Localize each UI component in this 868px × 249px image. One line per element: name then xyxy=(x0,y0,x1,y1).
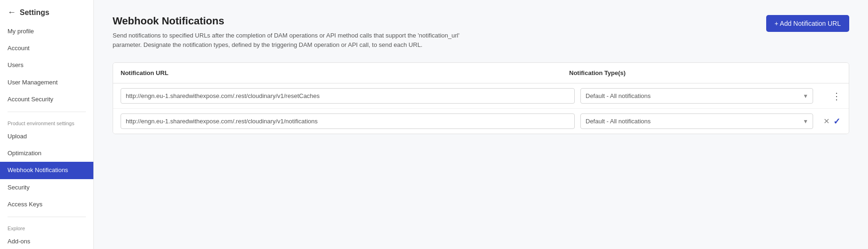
table-row: Default - All notifications ▼ ✕ ✓ xyxy=(113,109,849,134)
type-select-wrapper-2: Default - All notifications ▼ xyxy=(580,113,813,129)
row-2-actions: ✕ ✓ xyxy=(819,115,841,128)
sidebar-item-optimization[interactable]: Optimization xyxy=(0,145,93,162)
sidebar-item-add-ons[interactable]: Add-ons xyxy=(0,233,93,249)
type-select-2[interactable]: Default - All notifications xyxy=(580,113,813,129)
sidebar-divider-1 xyxy=(8,112,86,112)
more-options-icon[interactable]: ⋮ xyxy=(832,91,841,102)
sidebar-item-my-profile[interactable]: My profile xyxy=(0,23,93,40)
col-header-actions xyxy=(813,69,841,76)
page-description: Send notifications to specified URLs aft… xyxy=(113,31,469,49)
table-header: Notification URL Notification Type(s) xyxy=(113,63,849,83)
sidebar-item-access-keys[interactable]: Access Keys xyxy=(0,196,93,213)
sidebar-divider-2 xyxy=(8,217,86,217)
sidebar-item-user-management[interactable]: User Management xyxy=(0,74,93,91)
sidebar-item-upload[interactable]: Upload xyxy=(0,128,93,145)
col-header-url: Notification URL xyxy=(121,69,569,76)
row-1-actions: ⋮ xyxy=(819,91,841,102)
main-content: Webhook Notifications Send notifications… xyxy=(94,0,868,249)
table-row: Default - All notifications ▼ ⋮ xyxy=(113,83,849,109)
url-input-2[interactable] xyxy=(121,113,575,129)
confirm-icon[interactable]: ✓ xyxy=(832,115,841,128)
notifications-table: Notification URL Notification Type(s) De… xyxy=(113,62,849,134)
sidebar-item-webhook-notifications[interactable]: Webhook Notifications xyxy=(0,162,93,179)
sidebar-header: ← Settings xyxy=(0,0,93,23)
page-header: Webhook Notifications Send notifications… xyxy=(113,15,849,49)
sidebar-item-account[interactable]: Account xyxy=(0,40,93,57)
sidebar-section-explore: Explore xyxy=(0,221,93,233)
sidebar-title: Settings xyxy=(20,8,49,17)
sidebar: ← Settings My profile Account Users User… xyxy=(0,0,94,249)
sidebar-item-account-security[interactable]: Account Security xyxy=(0,91,93,108)
sidebar-navigation: My profile Account Users User Management… xyxy=(0,23,93,249)
sidebar-item-users[interactable]: Users xyxy=(0,57,93,74)
page-title: Webhook Notifications xyxy=(113,15,469,27)
cancel-icon[interactable]: ✕ xyxy=(822,116,830,127)
page-header-left: Webhook Notifications Send notifications… xyxy=(113,15,469,49)
col-header-type: Notification Type(s) xyxy=(569,69,813,76)
sidebar-item-security[interactable]: Security xyxy=(0,179,93,196)
sidebar-section-product: Product environment settings xyxy=(0,116,93,128)
type-select-1[interactable]: Default - All notifications xyxy=(580,88,813,104)
back-button[interactable]: ← xyxy=(8,8,16,17)
url-input-1[interactable] xyxy=(121,88,575,104)
type-select-wrapper-1: Default - All notifications ▼ xyxy=(580,88,813,104)
add-notification-url-button[interactable]: + Add Notification URL xyxy=(766,15,849,32)
